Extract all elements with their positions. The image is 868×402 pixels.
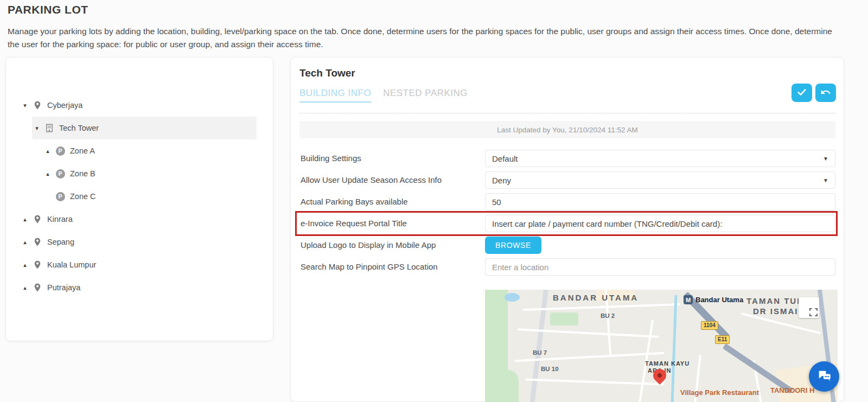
tree-item-label: Zone C bbox=[70, 192, 96, 201]
caret-up-icon[interactable]: ▴ bbox=[20, 216, 30, 223]
form-row-e-invoice-request-portal-title: e-Invoice Request Portal Title bbox=[301, 215, 835, 232]
location-pin-icon bbox=[32, 214, 43, 225]
caret-down-icon[interactable]: ▾ bbox=[32, 125, 42, 132]
road-badge-e11: E11 bbox=[715, 335, 730, 344]
location-pin-icon bbox=[32, 100, 43, 111]
metro-station-icon[interactable]: M bbox=[684, 295, 693, 304]
tree-item-zone-c[interactable]: PZone C bbox=[43, 185, 273, 208]
map-area-label: TAMAN KAYU bbox=[645, 360, 690, 367]
caret-up-icon[interactable]: ▴ bbox=[20, 239, 30, 246]
tab-nested-parking[interactable]: NESTED PARKING bbox=[383, 88, 468, 103]
map-road bbox=[529, 290, 548, 402]
chevron-down-icon: ▼ bbox=[823, 156, 828, 162]
browse-button[interactable]: BROWSE bbox=[485, 237, 541, 254]
map-poi-label: TANDOORI H bbox=[770, 386, 814, 394]
form-row-actual-parking-bays-available: Actual Parking Bays available bbox=[301, 193, 835, 210]
map-area-label: TAMAN TUN bbox=[746, 296, 804, 305]
page-title: PARKING LOT bbox=[8, 3, 88, 16]
tree-item-kuala-lumpur[interactable]: ▴Kuala Lumpur bbox=[20, 253, 273, 276]
location-tree: ▾Cyberjaya▾Tech Tower▴PZone A▴PZone BPZo… bbox=[6, 94, 273, 299]
action-buttons bbox=[792, 84, 836, 102]
undo-button[interactable] bbox=[815, 84, 836, 102]
fullscreen-button[interactable] bbox=[799, 297, 819, 318]
tree-item-tech-tower[interactable]: ▾Tech Tower bbox=[32, 117, 257, 139]
location-tree-panel: ▾Cyberjaya▾Tech Tower▴PZone A▴PZone BPZo… bbox=[5, 57, 273, 341]
chat-icon bbox=[816, 368, 832, 385]
last-updated-banner: Last Updated by You, 21/10/2024 11:52 AM bbox=[299, 121, 835, 138]
map-park-area bbox=[485, 370, 519, 402]
form-row-upload-logo-to-display-in-mobile-app: Upload Logo to Display in Mobile AppBROW… bbox=[301, 237, 835, 254]
actual-parking-bays-available-input[interactable] bbox=[485, 193, 835, 210]
tree-item-label: Zone B bbox=[70, 169, 95, 178]
field-control bbox=[485, 215, 835, 232]
tree-item-sepang[interactable]: ▴Sepang bbox=[20, 231, 273, 253]
chevron-down-icon: ▼ bbox=[823, 177, 828, 183]
dotted-separator bbox=[299, 113, 835, 113]
location-pin-icon bbox=[32, 259, 43, 270]
field-label: Search Map to Pinpoint GPS Location bbox=[301, 258, 485, 276]
caret-up-icon[interactable]: ▴ bbox=[20, 284, 30, 291]
allow-user-update-season-access-info-select[interactable]: Deny▼ bbox=[485, 171, 835, 189]
caret-up-icon[interactable]: ▴ bbox=[43, 170, 53, 177]
map-pond bbox=[505, 293, 520, 302]
parking-icon: P bbox=[55, 191, 66, 202]
building-title: Tech Tower bbox=[299, 67, 355, 79]
tree-item-label: Putrajaya bbox=[47, 283, 80, 292]
tree-item-label: Sepang bbox=[47, 238, 74, 246]
building-detail-panel: Tech Tower BUILDING INFO NESTED PARKING … bbox=[290, 57, 844, 402]
field-control: BROWSE bbox=[485, 237, 835, 254]
tree-item-zone-b[interactable]: ▴PZone B bbox=[43, 162, 273, 185]
tree-item-zone-a[interactable]: ▴PZone A bbox=[43, 139, 273, 162]
select-value: Deny bbox=[492, 176, 511, 185]
search-map-to-pinpoint-gps-location-input[interactable] bbox=[485, 258, 835, 276]
page-description: Manage your parking lots by adding the l… bbox=[8, 25, 839, 51]
field-control bbox=[485, 193, 835, 210]
tree-item-kinrara[interactable]: ▴Kinrara bbox=[20, 208, 273, 231]
tree-item-label: Cyberjaya bbox=[47, 101, 82, 110]
location-pin-icon bbox=[32, 237, 43, 247]
parking-icon: P bbox=[55, 145, 66, 156]
tree-item-cyberjaya[interactable]: ▾Cyberjaya bbox=[20, 94, 273, 117]
save-button[interactable] bbox=[792, 84, 812, 102]
field-control: Deny▼ bbox=[485, 171, 835, 189]
building-icon bbox=[44, 123, 55, 133]
map-poi-label: Village Park Restaurant bbox=[680, 388, 759, 397]
field-control bbox=[485, 258, 835, 276]
map-stream bbox=[671, 295, 678, 402]
road-badge-1104: 1104 bbox=[701, 321, 718, 330]
caret-down-icon[interactable]: ▾ bbox=[20, 102, 30, 109]
building-info-form: Building SettingsDefault▼Allow User Upda… bbox=[301, 150, 835, 280]
e-invoice-request-portal-title-input[interactable] bbox=[485, 215, 835, 232]
map-area-label: BANDAR UTAMA bbox=[553, 293, 639, 302]
undo-icon bbox=[820, 87, 831, 99]
check-icon bbox=[796, 87, 807, 99]
tree-item-label: Kinrara bbox=[47, 215, 73, 224]
map-area-label: BU 7 bbox=[533, 349, 547, 356]
chat-widget-button[interactable] bbox=[809, 361, 839, 392]
field-label: Actual Parking Bays available bbox=[301, 193, 485, 210]
form-row-building-settings: Building SettingsDefault▼ bbox=[301, 150, 835, 167]
form-row-allow-user-update-season-access-info: Allow User Update Season Access InfoDeny… bbox=[301, 171, 835, 189]
map-area-label: BU 10 bbox=[541, 366, 559, 372]
field-control: Default▼ bbox=[485, 150, 835, 167]
field-label: e-Invoice Request Portal Title bbox=[301, 215, 485, 232]
map-station-label: Bandar Utama bbox=[695, 296, 743, 304]
caret-up-icon[interactable]: ▴ bbox=[20, 261, 30, 269]
field-label: Building Settings bbox=[301, 150, 485, 167]
gps-map[interactable]: BANDAR UTAMA M Bandar Utama TAMAN TUN DR… bbox=[485, 290, 838, 402]
location-pin-icon bbox=[32, 282, 43, 293]
map-area-label: DR ISMAIL bbox=[753, 307, 805, 316]
parking-icon: P bbox=[55, 168, 66, 179]
map-area-label: BU 2 bbox=[601, 312, 615, 319]
caret-up-icon[interactable]: ▴ bbox=[43, 148, 53, 155]
field-label: Allow User Update Season Access Info bbox=[301, 171, 485, 189]
tab-building-info[interactable]: BUILDING INFO bbox=[299, 88, 371, 103]
form-row-search-map-to-pinpoint-gps-location: Search Map to Pinpoint GPS Location bbox=[301, 258, 835, 276]
map-park-area bbox=[550, 312, 578, 326]
building-settings-select[interactable]: Default▼ bbox=[485, 150, 835, 167]
select-value: Default bbox=[492, 154, 518, 163]
tab-bar: BUILDING INFO NESTED PARKING bbox=[299, 88, 468, 103]
tree-item-putrajaya[interactable]: ▴Putrajaya bbox=[20, 276, 273, 299]
tree-item-label: Zone A bbox=[70, 146, 95, 155]
tree-item-label: Tech Tower bbox=[59, 124, 99, 132]
